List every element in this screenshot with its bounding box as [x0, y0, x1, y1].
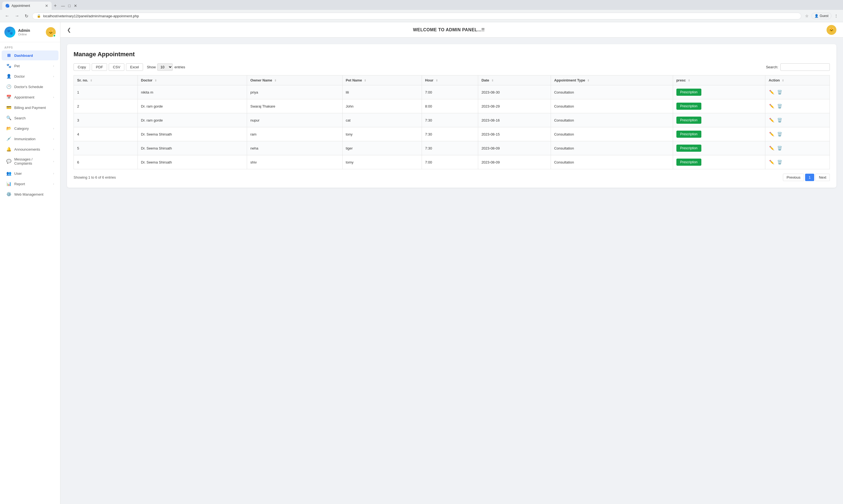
- cell-pet-name: cat: [342, 113, 422, 127]
- showing-entries-text: Showing 1 to 6 of 6 entries: [74, 175, 116, 179]
- cell-hour: 7:00: [422, 85, 478, 99]
- delete-button[interactable]: 🗑️: [776, 159, 783, 165]
- col-pet-name: Pet Name ⇕: [342, 75, 422, 85]
- sidebar-item-search[interactable]: 🔍 Search: [2, 113, 58, 123]
- prescription-button[interactable]: Prescription: [677, 89, 701, 96]
- col-action: Action ⇕: [765, 75, 830, 85]
- chevron-right-icon: ›: [53, 64, 54, 68]
- sidebar-item-pet[interactable]: 🐾 Pet ›: [2, 61, 58, 71]
- copy-button[interactable]: Copy: [74, 64, 90, 71]
- cell-sr-no: 6: [74, 155, 138, 169]
- sidebar-item-web-management[interactable]: ⚙️ Web Management: [2, 189, 58, 199]
- messages-icon: 💬: [6, 159, 12, 164]
- cell-action: ✏️ 🗑️: [765, 127, 830, 141]
- prescription-button[interactable]: Prescription: [677, 116, 701, 124]
- delete-button[interactable]: 🗑️: [776, 131, 783, 137]
- address-bar[interactable]: 🔒 localhost/veterinary12/panel/admin/man…: [32, 13, 801, 19]
- prescription-button[interactable]: Prescription: [677, 131, 701, 138]
- cell-presc: Prescription: [673, 113, 765, 127]
- app-container: 🐾 Admin Online 🐱 APPS ⊞ Dashboard 🐾 Pet …: [0, 22, 843, 504]
- delete-button[interactable]: 🗑️: [776, 89, 783, 95]
- prescription-button[interactable]: Prescription: [677, 145, 701, 152]
- sidebar-toggle-button[interactable]: ❮: [67, 27, 71, 33]
- new-tab-button[interactable]: +: [52, 3, 59, 9]
- sidebar-item-messages[interactable]: 💬 Messages / Complaints ›: [2, 155, 58, 168]
- delete-button[interactable]: 🗑️: [776, 145, 783, 151]
- maximize-button[interactable]: □: [68, 4, 71, 8]
- window-controls: — □ ✕: [61, 4, 77, 8]
- menu-button[interactable]: ⋮: [832, 13, 840, 19]
- delete-button[interactable]: 🗑️: [776, 117, 783, 123]
- edit-button[interactable]: ✏️: [769, 103, 775, 109]
- sidebar-item-user[interactable]: 👥 User ›: [2, 168, 58, 178]
- active-tab[interactable]: 🐾 Appointment ✕: [2, 2, 52, 10]
- minimize-button[interactable]: —: [61, 4, 65, 8]
- show-entries-select[interactable]: 10 25 50 100: [157, 64, 173, 71]
- schedule-icon: 🕐: [6, 84, 12, 89]
- lock-icon: 🔒: [37, 14, 41, 18]
- search-container: Search:: [766, 64, 830, 71]
- tab-close-button[interactable]: ✕: [45, 4, 48, 8]
- sidebar-item-category[interactable]: 📂 Category ›: [2, 124, 58, 133]
- cell-date: 2023-08-15: [478, 127, 551, 141]
- cell-date: 2023-08-09: [478, 141, 551, 155]
- sidebar-item-announcements[interactable]: 🔔 Announcements ›: [2, 144, 58, 154]
- cell-owner-name: Swaraj Thakare: [247, 99, 343, 113]
- report-icon: 📊: [6, 181, 12, 186]
- user-icon: 👥: [6, 171, 12, 176]
- sidebar-item-immunization[interactable]: 💉 Immunization ›: [2, 134, 58, 144]
- sidebar-item-doctor[interactable]: 👤 Doctor ›: [2, 71, 58, 81]
- table-row: 2 Dr. ram gorde Swaraj Thakare John 8:00…: [74, 99, 830, 113]
- cell-pet-name: tiger: [342, 141, 422, 155]
- col-hour: Hour ⇕: [422, 75, 478, 85]
- search-input[interactable]: [780, 64, 830, 71]
- sidebar-item-label: Dashboard: [14, 54, 54, 58]
- back-button[interactable]: ←: [3, 12, 11, 19]
- cell-date: 2023-08-29: [478, 99, 551, 113]
- edit-button[interactable]: ✏️: [769, 159, 775, 165]
- close-window-button[interactable]: ✕: [74, 4, 77, 8]
- cell-sr-no: 4: [74, 127, 138, 141]
- sidebar: 🐾 Admin Online 🐱 APPS ⊞ Dashboard 🐾 Pet …: [0, 22, 60, 504]
- cell-presc: Prescription: [673, 127, 765, 141]
- sidebar-item-appointment[interactable]: 📅 Appointment ›: [2, 92, 58, 102]
- edit-button[interactable]: ✏️: [769, 145, 775, 151]
- excel-button[interactable]: Excel: [126, 64, 143, 71]
- edit-button[interactable]: ✏️: [769, 89, 775, 95]
- csv-button[interactable]: CSV: [109, 64, 124, 71]
- cell-appointment-type: Consultation: [551, 99, 673, 113]
- browser-toolbar: ← → ↻ 🔒 localhost/veterinary12/panel/adm…: [0, 10, 843, 22]
- appointment-icon: 📅: [6, 95, 12, 100]
- sort-icon: ⇕: [782, 79, 784, 82]
- next-button[interactable]: Next: [815, 174, 830, 181]
- sidebar-item-label: Immunization: [14, 137, 50, 141]
- guest-button[interactable]: 👤 Guest: [811, 13, 831, 19]
- forward-button[interactable]: →: [13, 12, 21, 19]
- action-buttons: ✏️ 🗑️: [769, 103, 826, 109]
- chevron-right-icon: ›: [53, 137, 54, 141]
- prescription-button[interactable]: Prescription: [677, 159, 701, 166]
- edit-button[interactable]: ✏️: [769, 131, 775, 137]
- sidebar-item-dashboard[interactable]: ⊞ Dashboard: [2, 51, 58, 60]
- bookmarks-button[interactable]: ☆: [804, 13, 810, 19]
- edit-button[interactable]: ✏️: [769, 117, 775, 123]
- pdf-button[interactable]: PDF: [92, 64, 107, 71]
- chevron-right-icon: ›: [53, 127, 54, 130]
- prescription-button[interactable]: Prescription: [677, 103, 701, 110]
- reload-button[interactable]: ↻: [23, 12, 30, 20]
- chevron-right-icon: ›: [53, 75, 54, 78]
- cell-doctor: Dr. Seema Shirsath: [138, 127, 247, 141]
- sidebar-item-doctors-schedule[interactable]: 🕐 Doctor's Schedule: [2, 82, 58, 92]
- previous-button[interactable]: Previous: [783, 174, 804, 181]
- col-date: Date ⇕: [478, 75, 551, 85]
- pet-icon: 🐾: [6, 64, 12, 68]
- sidebar-item-billing[interactable]: 💳 Billing and Payment: [2, 103, 58, 112]
- sidebar-avatar: 🐱: [46, 27, 56, 37]
- delete-button[interactable]: 🗑️: [776, 103, 783, 109]
- cell-appointment-type: Consultation: [551, 113, 673, 127]
- sidebar-item-report[interactable]: 📊 Report ›: [2, 179, 58, 189]
- table-body: 1 nikita m priya lili 7:00 2023-08-30 Co…: [74, 85, 830, 169]
- cell-hour: 7:00: [422, 155, 478, 169]
- header-right: 🐱: [827, 25, 837, 35]
- page-1-button[interactable]: 1: [805, 174, 814, 181]
